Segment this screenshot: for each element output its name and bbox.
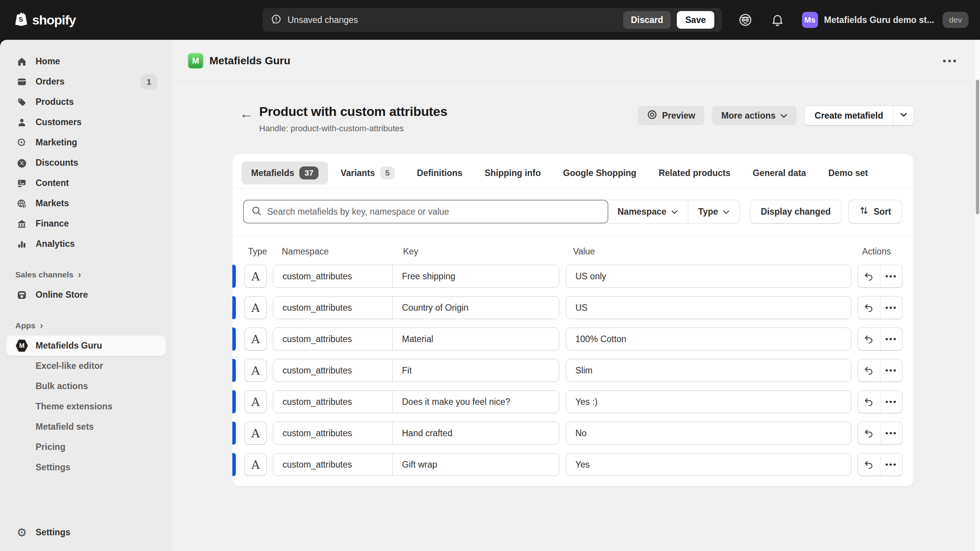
column-header-value: Value bbox=[573, 246, 595, 257]
key-cell[interactable]: Free shipping bbox=[393, 265, 559, 287]
tab-related-products[interactable]: Related products bbox=[649, 161, 740, 184]
account-menu[interactable]: Ms Metafields Guru demo st... dev bbox=[802, 12, 969, 28]
sidebar-item-discounts[interactable]: Discounts bbox=[6, 153, 166, 173]
sidebar-item-customers[interactable]: Customers bbox=[6, 112, 166, 132]
sidebar-item-orders[interactable]: Orders 1 bbox=[6, 72, 166, 92]
apps-header[interactable]: Apps › bbox=[6, 318, 166, 333]
row-actions: ••• bbox=[858, 296, 903, 319]
type-badge-string[interactable]: A bbox=[244, 422, 267, 445]
tab-general-data[interactable]: General data bbox=[743, 161, 815, 184]
analytics-bars-icon bbox=[15, 238, 28, 251]
namespace-cell[interactable]: custom_attributes bbox=[273, 359, 393, 381]
namespace-cell[interactable]: custom_attributes bbox=[273, 328, 393, 350]
namespace-cell[interactable]: custom_attributes bbox=[273, 297, 393, 319]
type-badge-string[interactable]: A bbox=[244, 390, 267, 413]
sidebar-item-online-store[interactable]: Online Store bbox=[6, 285, 166, 305]
preview-button[interactable]: Preview bbox=[638, 106, 704, 125]
sidebar-item-content[interactable]: Content bbox=[6, 173, 166, 193]
type-badge-string[interactable]: A bbox=[244, 328, 267, 350]
changed-indicator bbox=[232, 265, 236, 288]
undo-icon[interactable] bbox=[858, 422, 880, 444]
search-input[interactable] bbox=[267, 207, 600, 217]
scrollbar-thumb[interactable] bbox=[976, 80, 979, 214]
undo-icon[interactable] bbox=[858, 328, 880, 350]
sidebar-item-finance[interactable]: Finance bbox=[6, 214, 166, 234]
display-changed-button[interactable]: Display changed bbox=[750, 200, 841, 223]
namespace-filter[interactable]: Namespace bbox=[608, 200, 688, 223]
sidekick-icon[interactable] bbox=[738, 12, 753, 28]
create-metafield-caret-button[interactable] bbox=[893, 106, 913, 125]
namespace-cell[interactable]: custom_attributes bbox=[273, 422, 393, 444]
sidebar-item-markets[interactable]: $ Markets bbox=[6, 193, 166, 214]
sidebar-item-home[interactable]: Home bbox=[6, 51, 166, 72]
undo-icon[interactable] bbox=[858, 391, 880, 413]
tab-metafields[interactable]: Metafields 37 bbox=[242, 161, 328, 184]
namespace-cell[interactable]: custom_attributes bbox=[273, 265, 393, 287]
sidebar-item-metafields-guru[interactable]: M Metafields Guru bbox=[6, 336, 166, 356]
namespace-cell[interactable]: custom_attributes bbox=[273, 453, 393, 476]
row-more-icon[interactable]: ••• bbox=[880, 422, 903, 444]
sidebar-subitem-settings[interactable]: Settings bbox=[6, 457, 166, 478]
metafields-table: Type Namespace Key Value Actions A custo… bbox=[232, 236, 914, 486]
tab-google-shopping[interactable]: Google Shopping bbox=[554, 161, 646, 184]
undo-icon[interactable] bbox=[858, 359, 880, 381]
sidebar-subitem-excel-like-editor[interactable]: Excel-like editor bbox=[6, 356, 166, 376]
svg-text:$: $ bbox=[23, 204, 26, 208]
sidebar-item-label: Discounts bbox=[36, 158, 78, 168]
sidebar-subitem-pricing[interactable]: Pricing bbox=[6, 437, 166, 457]
shopify-logo[interactable]: S shopify bbox=[14, 11, 76, 29]
tab-demo-set[interactable]: Demo set bbox=[819, 161, 878, 184]
sort-button[interactable]: Sort bbox=[848, 200, 902, 223]
type-filter[interactable]: Type bbox=[688, 200, 740, 223]
key-cell[interactable]: Fit bbox=[393, 359, 559, 381]
sidebar-item-analytics[interactable]: Analytics bbox=[6, 234, 166, 254]
type-badge-string[interactable]: A bbox=[244, 359, 267, 382]
save-button[interactable]: Save bbox=[677, 11, 714, 29]
type-badge-string[interactable]: A bbox=[244, 296, 267, 319]
value-input[interactable] bbox=[566, 453, 851, 476]
sidebar-subitem-bulk-actions[interactable]: Bulk actions bbox=[6, 376, 166, 396]
value-input[interactable] bbox=[566, 296, 851, 319]
key-cell[interactable]: Material bbox=[393, 328, 559, 350]
value-input[interactable] bbox=[566, 359, 851, 382]
create-metafield-button[interactable]: Create metafield bbox=[805, 106, 893, 125]
value-input[interactable] bbox=[566, 265, 851, 288]
sidebar-item-products[interactable]: Products bbox=[6, 92, 166, 112]
key-cell[interactable]: Country of Origin bbox=[393, 297, 559, 319]
sidebar-item-label: Customers bbox=[36, 117, 82, 127]
row-more-icon[interactable]: ••• bbox=[880, 453, 903, 476]
tab-shipping-info[interactable]: Shipping info bbox=[475, 161, 550, 184]
type-badge-string[interactable]: A bbox=[244, 453, 267, 476]
row-more-icon[interactable]: ••• bbox=[880, 328, 903, 350]
key-cell[interactable]: Hand crafted bbox=[393, 422, 559, 444]
row-more-icon[interactable]: ••• bbox=[880, 359, 903, 381]
sidebar-item-label: Metafields Guru bbox=[36, 341, 102, 351]
row-actions: ••• bbox=[858, 390, 903, 413]
row-more-icon[interactable]: ••• bbox=[880, 265, 903, 287]
tab-definitions[interactable]: Definitions bbox=[407, 161, 472, 184]
tab-variants[interactable]: Variants 5 bbox=[331, 161, 404, 184]
key-cell[interactable]: Does it make you feel nice? bbox=[393, 391, 559, 413]
sales-channels-header[interactable]: Sales channels › bbox=[6, 267, 166, 282]
undo-icon[interactable] bbox=[858, 265, 880, 287]
notifications-bell-icon[interactable] bbox=[770, 12, 785, 28]
undo-icon[interactable] bbox=[858, 297, 880, 319]
value-input[interactable] bbox=[566, 328, 851, 350]
undo-icon[interactable] bbox=[858, 453, 880, 476]
value-input[interactable] bbox=[566, 390, 851, 413]
key-cell[interactable]: Gift wrap bbox=[393, 453, 559, 476]
back-arrow-icon[interactable]: ← bbox=[238, 105, 255, 122]
sidebar-item-marketing[interactable]: Marketing bbox=[6, 132, 166, 153]
more-actions-button[interactable]: More actions bbox=[712, 106, 797, 125]
row-more-icon[interactable]: ••• bbox=[880, 297, 903, 319]
sidebar-subitem-metafield-sets[interactable]: Metafield sets bbox=[6, 417, 166, 437]
sidebar-item-label: Home bbox=[36, 56, 60, 67]
row-more-icon[interactable]: ••• bbox=[880, 391, 903, 413]
sidebar-item-settings[interactable]: ⚙ Settings bbox=[6, 522, 166, 543]
sidebar-subitem-theme-extensions[interactable]: Theme extensions bbox=[6, 396, 166, 417]
type-badge-string[interactable]: A bbox=[244, 265, 267, 288]
app-header-more-icon[interactable]: ••• bbox=[943, 55, 958, 66]
discard-button[interactable]: Discard bbox=[623, 11, 671, 29]
value-input[interactable] bbox=[566, 422, 851, 445]
namespace-cell[interactable]: custom_attributes bbox=[273, 391, 393, 413]
